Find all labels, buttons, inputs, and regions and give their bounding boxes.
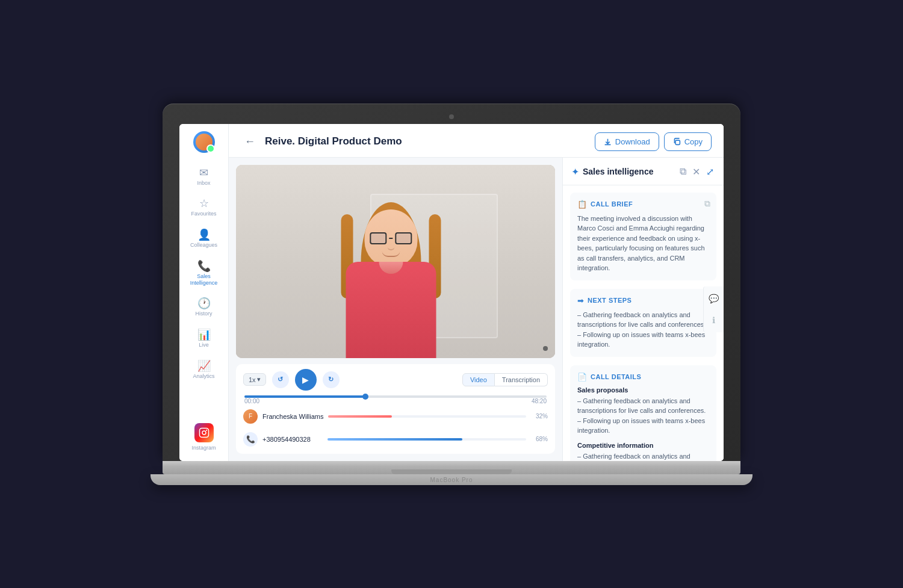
video-controls: 1x ▾ ↺ ▶	[236, 364, 555, 454]
si-section-call-brief: 📋 CALL BRIEF ⧉ The meeting involved a di…	[570, 193, 716, 280]
laptop-bottom: MacBook Pro	[150, 474, 752, 485]
speaker-row: F Francheska Williams 32%	[243, 407, 548, 426]
svg-rect-3	[675, 140, 680, 144]
sidebar-logo	[193, 131, 215, 153]
si-side-panel: 💬 ℹ	[703, 286, 724, 332]
analytics-icon: 📈	[197, 361, 211, 371]
dot-indicator	[543, 346, 548, 351]
si-detail-label-competitive: Competitive information	[577, 442, 709, 449]
header-actions: Download Copy	[595, 132, 712, 151]
sidebar-item-inbox[interactable]: ✉ Inbox	[183, 162, 225, 191]
page-title: Reive. Digital Product Demo	[265, 135, 402, 147]
speaker-avatar-francheska: F	[243, 409, 258, 424]
call-details-icon: 📄	[577, 373, 587, 382]
next-steps-icon: ➡	[577, 296, 584, 305]
si-body: 📋 CALL BRIEF ⧉ The meeting involved a di…	[563, 185, 724, 461]
video-placeholder	[236, 165, 555, 358]
page-header: ← Reive. Digital Product Demo Download	[229, 124, 724, 158]
rewind-button[interactable]: ↺	[272, 371, 289, 388]
video-container	[236, 165, 555, 358]
total-time: 48:20	[532, 398, 547, 404]
copy-button[interactable]: Copy	[664, 132, 712, 151]
progress-section: 00:00 48:20	[243, 395, 548, 404]
download-button[interactable]: Download	[595, 132, 659, 151]
sales-intelligence-panel: ✦ Sales intelligence ⧉ ✕ ⤢	[562, 158, 724, 461]
si-call-details-body: Sales proposals – Gathering feedback on …	[577, 386, 709, 461]
sidebar-item-live[interactable]: 📊 Live	[183, 324, 225, 353]
speaker-pct-francheska: 32%	[531, 413, 548, 419]
si-next-steps-text: – Gathering feedback on analytics and tr…	[577, 310, 709, 350]
video-section: 1x ▾ ↺ ▶	[229, 158, 562, 461]
si-close-button[interactable]: ✕	[691, 165, 701, 179]
sidebar-item-analytics[interactable]: 📈 Analytics	[183, 356, 225, 385]
speaker-phone-icon: 📞	[243, 432, 258, 447]
call-brief-icon: 📋	[577, 200, 587, 209]
speaker-bar-francheska	[328, 415, 526, 418]
sales-intelligence-icon: 📞	[197, 261, 211, 271]
inbox-icon: ✉	[199, 167, 208, 178]
si-call-brief-text: The meeting involved a discussion with M…	[577, 214, 709, 273]
progress-thumb	[362, 394, 368, 400]
forward-button[interactable]: ↻	[323, 371, 340, 388]
si-section-title-call-details: CALL DETAILS	[591, 373, 641, 380]
laptop-camera	[449, 114, 454, 119]
favourites-icon: ☆	[199, 198, 209, 209]
laptop-model: MacBook Pro	[150, 474, 752, 483]
speaker-pct-phone: 68%	[531, 436, 548, 442]
si-panel-header: ✦ Sales intelligence ⧉ ✕ ⤢	[563, 158, 724, 185]
si-side-info-button[interactable]: ℹ	[706, 313, 721, 327]
copy-icon	[673, 138, 681, 146]
si-title-row: ✦ Sales intelligence	[571, 166, 654, 178]
sparkle-icon: ✦	[571, 166, 579, 178]
history-icon: 🕐	[197, 298, 211, 309]
speed-control[interactable]: 1x ▾	[243, 373, 266, 386]
back-button[interactable]: ←	[241, 134, 259, 149]
speaker-bar-phone	[327, 438, 526, 441]
laptop-base	[163, 461, 740, 474]
svg-point-1	[202, 431, 206, 435]
tab-video[interactable]: Video	[462, 373, 495, 386]
sidebar-item-history[interactable]: 🕐 History	[183, 293, 225, 322]
user-avatar	[196, 134, 213, 150]
progress-fill	[244, 395, 365, 398]
speaker-name-francheska: Francheska Williams	[262, 413, 323, 420]
sidebar-item-favourites[interactable]: ☆ Favourites	[183, 193, 225, 222]
si-section-title-call-brief: CALL BRIEF	[591, 200, 633, 208]
si-section-next-steps: ➡ NEXT STEPS – Gathering feedback on ana…	[570, 289, 716, 357]
play-button[interactable]: ▶	[295, 369, 317, 391]
speakers-section: F Francheska Williams 32% 📞	[243, 407, 548, 449]
si-section-title-next-steps: NEXT STEPS	[588, 297, 631, 304]
tab-group: Video Transcription	[462, 373, 548, 386]
speaker-fill-phone	[327, 438, 462, 441]
sidebar-item-colleagues[interactable]: 👤 Colleagues	[183, 224, 225, 253]
si-section-header-call-brief: 📋 CALL BRIEF	[577, 200, 709, 209]
instagram-badge[interactable]	[194, 423, 214, 442]
speaker-row-phone: 📞 +380954490328 68%	[243, 430, 548, 449]
svg-rect-0	[199, 428, 208, 437]
live-icon: 📊	[197, 329, 211, 340]
si-section-copy-brief[interactable]: ⧉	[704, 199, 710, 209]
si-header-actions: ⧉ ✕ ⤢	[678, 165, 715, 179]
si-detail-text-sales: – Gathering feedback on analytics and tr…	[577, 396, 709, 436]
speaker-name-phone: +380954490328	[262, 436, 323, 443]
tab-transcription[interactable]: Transcription	[495, 373, 548, 386]
si-side-chat-button[interactable]: 💬	[706, 291, 721, 306]
speaker-fill-francheska	[328, 415, 391, 418]
si-section-header-next-steps: ➡ NEXT STEPS	[577, 296, 709, 305]
si-detail-label-sales: Sales proposals	[577, 386, 709, 394]
progress-bar[interactable]	[244, 395, 547, 398]
sidebar: ✉ Inbox ☆ Favourites 👤 Colleagues 📞 Sale…	[179, 124, 229, 461]
si-section-header-call-details: 📄 CALL DETAILS	[577, 373, 709, 382]
si-expand-button[interactable]: ⤢	[705, 165, 715, 179]
current-time: 00:00	[244, 398, 259, 404]
colleagues-icon: 👤	[197, 229, 211, 240]
si-copy-button[interactable]: ⧉	[678, 165, 687, 179]
si-title: Sales intelligence	[583, 167, 654, 176]
si-detail-text-competitive: – Gathering feedback on analytics and tr…	[577, 451, 709, 461]
download-icon	[604, 138, 612, 146]
si-section-call-details: 📄 CALL DETAILS Sales proposals – Gatheri…	[570, 365, 716, 461]
sidebar-item-sales-intelligence[interactable]: 📞 Sales Intelligence	[183, 256, 225, 291]
svg-point-2	[206, 429, 207, 430]
